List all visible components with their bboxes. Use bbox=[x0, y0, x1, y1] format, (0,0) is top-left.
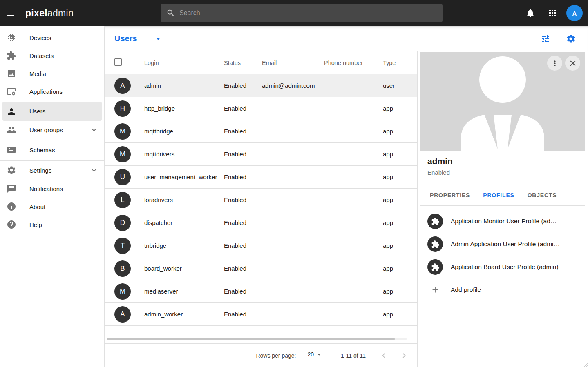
row-avatar: M bbox=[114, 146, 131, 162]
row-avatar: D bbox=[114, 215, 131, 231]
panel-tab[interactable]: Profiles bbox=[476, 186, 521, 205]
add-profile-button[interactable]: Add profile bbox=[418, 278, 588, 301]
cell-status: Enabled bbox=[224, 311, 262, 318]
cell-type: app bbox=[383, 288, 413, 295]
rows-per-page-select[interactable]: 20 bbox=[306, 350, 324, 361]
sidebar-item-label: Media bbox=[29, 70, 46, 77]
panel-body: admin Enabled Properties Profiles Object… bbox=[418, 151, 588, 301]
cell-type: app bbox=[383, 219, 413, 226]
table-row[interactable]: A admin Enabled admin@admin.com user bbox=[105, 74, 417, 97]
page-header: Users bbox=[105, 26, 588, 51]
cell-login: mediaserver bbox=[144, 288, 224, 295]
cell-login: http_bridge bbox=[144, 105, 224, 112]
cell-type: app bbox=[383, 105, 413, 112]
hamburger-menu-button[interactable] bbox=[1, 3, 20, 23]
chat-icon bbox=[7, 184, 16, 194]
select-caret-icon bbox=[315, 350, 324, 359]
sidebar-item[interactable]: Users bbox=[2, 102, 102, 121]
filter-columns-button[interactable] bbox=[537, 31, 554, 47]
column-header: Status bbox=[224, 60, 262, 66]
notifications-button[interactable] bbox=[522, 5, 539, 21]
cell-status: Enabled bbox=[224, 242, 262, 249]
sidebar-item-label: Users bbox=[29, 108, 45, 115]
sidebar-item[interactable]: Datasets bbox=[0, 47, 104, 65]
gear-icon bbox=[7, 165, 16, 175]
table-row[interactable]: U user_management_worker Enabled app bbox=[105, 166, 417, 189]
table-row[interactable]: B board_worker Enabled app bbox=[105, 257, 417, 280]
row-avatar: H bbox=[114, 100, 131, 117]
panel-user-title: admin bbox=[418, 156, 588, 166]
cell-type: app bbox=[383, 173, 413, 180]
user-avatar-button[interactable]: A bbox=[566, 5, 583, 21]
schema-card-icon bbox=[7, 145, 16, 155]
panel-image-actions bbox=[547, 56, 580, 71]
row-avatar: B bbox=[114, 260, 131, 277]
profiles-list: Application Monitor User Profile (ad… Ad… bbox=[418, 206, 588, 278]
sidebar-item[interactable]: Applications bbox=[0, 82, 104, 100]
table-row[interactable]: M mqttdrivers Enabled app bbox=[105, 143, 417, 166]
people-icon bbox=[7, 125, 16, 135]
table-row[interactable]: M mqttbridge Enabled app bbox=[105, 120, 417, 143]
app-window-gear-icon bbox=[7, 87, 16, 96]
sidebar-item-label: Schemas bbox=[29, 147, 55, 153]
profile-item[interactable]: Admin Application User Profile (admi… bbox=[418, 233, 588, 256]
next-page-button[interactable] bbox=[398, 350, 410, 361]
sidebar-item-label: Datasets bbox=[29, 52, 54, 59]
cell-status: Enabled bbox=[224, 265, 262, 272]
apps-grid-button[interactable] bbox=[544, 5, 561, 21]
panel-close-button[interactable] bbox=[565, 56, 580, 71]
profile-item[interactable]: Application Monitor User Profile (ad… bbox=[418, 210, 588, 233]
profile-photo-placeholder bbox=[420, 52, 585, 151]
scrollbar-thumb[interactable] bbox=[107, 338, 395, 340]
panel-tab[interactable]: Objects bbox=[521, 186, 563, 205]
cell-status: Enabled bbox=[224, 151, 262, 158]
select-all-checkbox[interactable] bbox=[114, 58, 122, 66]
table-row[interactable]: M mediaserver Enabled app bbox=[105, 280, 417, 303]
tune-icon bbox=[541, 34, 550, 44]
chevron-right-icon bbox=[399, 351, 409, 360]
profile-item[interactable]: Application Board User Profile (admin) bbox=[418, 256, 588, 278]
previous-page-button[interactable] bbox=[378, 350, 389, 361]
cell-login: mqttdrivers bbox=[144, 151, 224, 158]
table-row[interactable]: L loradrivers Enabled app bbox=[105, 189, 417, 211]
profile-label: Admin Application User Profile (admi… bbox=[451, 240, 565, 248]
page-title[interactable]: Users bbox=[114, 34, 137, 43]
bell-icon bbox=[525, 8, 535, 18]
horizontal-scrollbar[interactable] bbox=[107, 338, 407, 340]
cell-login: tnbridge bbox=[144, 242, 224, 249]
sidebar-item-label: Settings bbox=[29, 167, 51, 174]
sidebar-item[interactable]: Devices bbox=[0, 29, 104, 47]
column-header: Type bbox=[383, 60, 413, 66]
panel-more-button[interactable] bbox=[547, 56, 562, 71]
brand-logo: pixeladmin bbox=[25, 8, 74, 19]
memory-icon bbox=[7, 33, 16, 42]
search-input[interactable] bbox=[179, 9, 437, 17]
apps-grid-icon bbox=[548, 8, 557, 18]
puzzle-icon bbox=[427, 214, 443, 229]
table-row[interactable]: A admin_worker Enabled app bbox=[105, 303, 417, 326]
table-header-row: Login Status Email Phone number Type bbox=[105, 51, 417, 74]
sidebar-item[interactable]: Notifications bbox=[0, 180, 104, 198]
pagination-bar: Rows per page: 20 1-11 of 11 bbox=[105, 343, 417, 367]
panel-user-status: Enabled bbox=[418, 169, 588, 176]
sidebar-item[interactable]: Schemas bbox=[0, 140, 104, 159]
cell-email: admin@admin.com bbox=[262, 82, 324, 89]
sidebar-item[interactable]: Help bbox=[0, 216, 104, 234]
table-body: A admin Enabled admin@admin.com user H h… bbox=[105, 74, 417, 326]
sidebar-item-label: Help bbox=[29, 221, 42, 228]
table-row[interactable]: T tnbridge Enabled app bbox=[105, 234, 417, 257]
sidebar: Devices Datasets Media Applications bbox=[0, 26, 105, 367]
sidebar-item[interactable]: Media bbox=[0, 65, 104, 82]
table-row[interactable]: H http_bridge Enabled app bbox=[105, 97, 417, 120]
sidebar-item[interactable]: Settings bbox=[0, 160, 104, 180]
table-settings-button[interactable] bbox=[563, 31, 579, 47]
panel-tab[interactable]: Properties bbox=[423, 186, 476, 205]
sidebar-item[interactable]: User groups bbox=[0, 121, 104, 139]
title-dropdown-icon[interactable] bbox=[154, 34, 163, 43]
table-row[interactable]: D dispatcher Enabled app bbox=[105, 211, 417, 234]
cell-login: mqttbridge bbox=[144, 128, 224, 135]
cell-login: dispatcher bbox=[144, 219, 224, 226]
search-box[interactable] bbox=[161, 4, 443, 22]
chevron-down-icon bbox=[89, 125, 98, 134]
sidebar-item[interactable]: About bbox=[0, 198, 104, 216]
